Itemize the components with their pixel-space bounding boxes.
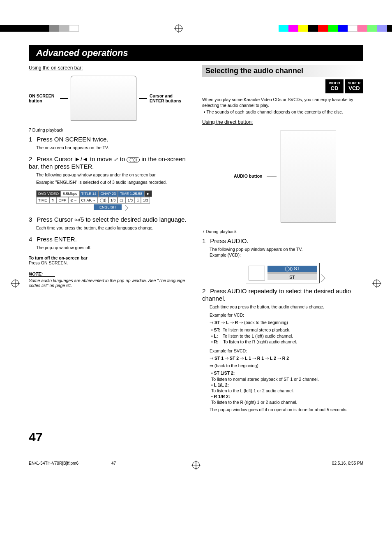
context-label: 7 During playback bbox=[29, 127, 190, 132]
list-item: R: To listen to the R (right) audio chan… bbox=[211, 339, 363, 345]
osd-subtitle-count: 1/3 bbox=[125, 197, 135, 204]
cmyk-bar-right bbox=[279, 25, 392, 32]
step-number: 3 bbox=[29, 216, 35, 223]
osd-source: DVD-VIDEO bbox=[36, 190, 61, 197]
step-title: Press AUDIO repeatedly to select the des… bbox=[202, 287, 351, 302]
badge-video-cd: VIDEOCD bbox=[325, 79, 344, 93]
osd-dropdown-language: ENGLISH bbox=[94, 204, 122, 210]
subsection-heading: Using the direct button: bbox=[202, 119, 253, 125]
popup-example: ◯)) ST ST bbox=[246, 263, 320, 283]
footer-date: 02.5.16, 6:55 PM bbox=[332, 461, 363, 466]
step-number: 1 bbox=[202, 237, 209, 244]
step-number: 2 bbox=[29, 155, 35, 162]
cmyk-bar-left bbox=[0, 25, 79, 32]
osd-chap-label: CHAP.→ bbox=[79, 197, 98, 204]
remote-diagram: AUDIO button bbox=[202, 130, 363, 222]
label-cursor-enter-buttons: Cursor and ENTER buttons bbox=[150, 93, 182, 103]
subsection-heading: Using the on-screen bar: bbox=[29, 65, 83, 71]
osd-title: TITLE 14 bbox=[79, 190, 99, 197]
context-label: 7 During playback bbox=[202, 229, 363, 234]
list-item: R 1/R 2:To listen to the R (right) 1 or … bbox=[211, 394, 363, 405]
list-item: ST 1/ST 2:To listen to normal stereo pla… bbox=[211, 370, 363, 382]
intro-bullet: The sounds of each audio channel depends… bbox=[204, 109, 363, 115]
label-audio-button: AUDIO button bbox=[230, 174, 263, 178]
step-title: Press Cursor ∞/5 to select the desired a… bbox=[37, 216, 186, 223]
left-column: Using the on-screen bar: ON SCREEN butto… bbox=[29, 65, 190, 418]
step-body: The following pop-up window appears unde… bbox=[36, 172, 190, 185]
note-heading: NOTE: bbox=[29, 271, 55, 277]
turn-off-heading: To turn off the on-screen bar bbox=[29, 255, 190, 260]
step-number: 4 bbox=[29, 236, 35, 243]
step-body: The following pop-up window appears on t… bbox=[210, 246, 363, 258]
footer-page: 47 bbox=[111, 461, 116, 466]
page: Advanced operations Using the on-screen … bbox=[0, 0, 392, 489]
on-screen-bar-example: DVD-VIDEO 8.5Mbps TITLE 14 CHAP 23 TIME … bbox=[36, 190, 190, 210]
crosshair-icon bbox=[373, 280, 380, 287]
note-body: Some audio languages are abbreviated in … bbox=[29, 278, 190, 288]
badge-super-vcd: SUPERVCD bbox=[345, 79, 363, 93]
step-body: Each time you press the button, the audi… bbox=[210, 304, 363, 413]
osd-chapter: CHAP 23 bbox=[99, 190, 118, 197]
osd-audio-count: 1/3 bbox=[108, 197, 118, 204]
osd-repeat-icon: ↻ bbox=[49, 197, 57, 204]
step-body: The pop-up window goes off. bbox=[36, 245, 190, 250]
osd-time-label: TIME bbox=[36, 197, 49, 204]
remote-diagram: ON SCREEN button Cursor and ENTER button… bbox=[29, 76, 190, 121]
osd-timer-icon: ⊘→ bbox=[68, 197, 79, 204]
sequence-vcd: ⇒ ST ⇒ L ⇒ R ⇒ (back to the beginning) bbox=[210, 320, 363, 325]
step-title: Press ON SCREEN twice. bbox=[37, 136, 108, 143]
step-title: Press AUDIO. bbox=[210, 237, 248, 244]
turn-off-body: Press ON SCREEN. bbox=[29, 260, 190, 265]
osd-subtitle-icon: ▢ bbox=[118, 197, 125, 204]
popup-option: ST bbox=[267, 272, 317, 280]
step-title: Press Cursor ►/◄ to move ⤢ to ◯)) in the… bbox=[29, 155, 186, 170]
content-columns: Using the on-screen bar: ON SCREEN butto… bbox=[29, 65, 363, 418]
list-item: L: To listen to the L (left) audio chann… bbox=[211, 333, 363, 339]
footer-divider bbox=[29, 446, 363, 446]
step-title: Press ENTER. bbox=[37, 236, 77, 243]
page-number: 47 bbox=[29, 430, 363, 444]
osd-play-icon: ► bbox=[144, 190, 152, 197]
osd-audio-icon: ◯)) bbox=[98, 197, 108, 204]
remote-image bbox=[281, 130, 336, 222]
disc-badges: VIDEOCD SUPERVCD bbox=[202, 79, 363, 93]
osd-angle-icon: ⌼ bbox=[135, 197, 141, 204]
right-column: Selecting the audio channel VIDEOCD SUPE… bbox=[202, 65, 363, 418]
osd-bitrate: 8.5Mbps bbox=[61, 190, 79, 197]
label-on-screen-button: ON SCREEN button bbox=[29, 93, 58, 103]
intro-text: When you play some Karaoke Video CDs or … bbox=[202, 97, 363, 108]
crosshair-icon bbox=[12, 280, 19, 287]
osd-time: TIME 1:25:58 bbox=[118, 190, 144, 197]
crosshair-icon bbox=[29, 461, 363, 469]
step-body: Each time you press the button, the audi… bbox=[36, 225, 190, 231]
osd-off: OFF bbox=[57, 197, 68, 204]
osd-angle-count: 1/3 bbox=[141, 197, 150, 204]
popup-current-value: ◯)) ST bbox=[267, 266, 317, 272]
popup-icon bbox=[249, 266, 265, 280]
remote-image bbox=[71, 76, 136, 121]
step-number: 2 bbox=[202, 287, 209, 294]
page-title: Advanced operations bbox=[29, 45, 363, 61]
print-registration-bars bbox=[0, 25, 392, 32]
step-body: The on-screen bar appears on the TV. bbox=[36, 145, 190, 151]
step-number: 1 bbox=[29, 136, 35, 143]
crosshair-icon bbox=[175, 25, 182, 32]
sequence-svcd: ⇒ ST 1 ⇒ ST 2 ⇒ L 1 ⇒ R 1 ⇒ L 2 ⇒ R 2 bbox=[210, 355, 363, 361]
list-item: ST: To listen to normal stereo playback. bbox=[211, 327, 363, 333]
section-heading: Selecting the audio channel bbox=[202, 65, 363, 77]
footer-filename: EN41-54TH-V70R[B]ff.pm6 bbox=[29, 461, 78, 466]
sequence-svcd-end: ⇒ (back to the beginning) bbox=[210, 363, 363, 368]
list-item: L 1/L 2:To listen to the L (left) 1 or 2… bbox=[211, 382, 363, 394]
